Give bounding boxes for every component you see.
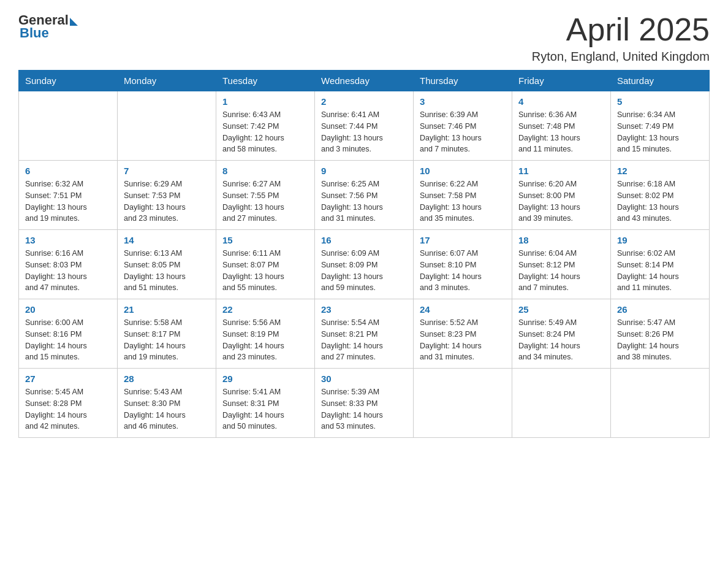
day-info: Sunrise: 6:07 AM Sunset: 8:10 PM Dayligh…: [420, 248, 506, 294]
day-number: 14: [124, 235, 210, 245]
calendar-week-row: 13Sunrise: 6:16 AM Sunset: 8:03 PM Dayli…: [19, 230, 710, 299]
calendar-cell: 7Sunrise: 6:29 AM Sunset: 7:53 PM Daylig…: [118, 161, 216, 230]
calendar-cell: 25Sunrise: 5:49 AM Sunset: 8:24 PM Dayli…: [512, 299, 611, 369]
calendar-cell: 13Sunrise: 6:16 AM Sunset: 8:03 PM Dayli…: [19, 230, 118, 299]
calendar-cell: 8Sunrise: 6:27 AM Sunset: 7:55 PM Daylig…: [216, 161, 315, 230]
day-info: Sunrise: 6:36 AM Sunset: 7:48 PM Dayligh…: [518, 109, 604, 155]
calendar-cell: 18Sunrise: 6:04 AM Sunset: 8:12 PM Dayli…: [512, 230, 611, 299]
calendar-cell: 12Sunrise: 6:18 AM Sunset: 8:02 PM Dayli…: [611, 161, 710, 230]
day-number: 17: [420, 235, 506, 245]
calendar-cell: 21Sunrise: 5:58 AM Sunset: 8:17 PM Dayli…: [118, 299, 216, 369]
day-number: 7: [124, 166, 210, 176]
calendar-cell: 1Sunrise: 6:43 AM Sunset: 7:42 PM Daylig…: [216, 91, 315, 161]
day-number: 3: [420, 96, 506, 107]
calendar-cell: 9Sunrise: 6:25 AM Sunset: 7:56 PM Daylig…: [315, 161, 414, 230]
calendar-week-row: 1Sunrise: 6:43 AM Sunset: 7:42 PM Daylig…: [19, 91, 710, 161]
calendar-cell: 5Sunrise: 6:34 AM Sunset: 7:49 PM Daylig…: [611, 91, 710, 161]
day-number: 27: [25, 373, 111, 384]
day-number: 22: [222, 304, 308, 315]
column-header-tuesday: Tuesday: [216, 71, 315, 91]
page-header: General Blue April 2025 Ryton, England, …: [18, 12, 710, 64]
day-number: 4: [518, 96, 604, 107]
calendar-cell: 17Sunrise: 6:07 AM Sunset: 8:10 PM Dayli…: [414, 230, 512, 299]
column-header-sunday: Sunday: [19, 71, 118, 91]
day-info: Sunrise: 6:16 AM Sunset: 8:03 PM Dayligh…: [25, 248, 111, 294]
calendar-cell: 23Sunrise: 5:54 AM Sunset: 8:21 PM Dayli…: [315, 299, 414, 369]
day-number: 19: [617, 235, 703, 245]
calendar-cell: [414, 369, 512, 438]
calendar-cell: [611, 369, 710, 438]
day-info: Sunrise: 6:27 AM Sunset: 7:55 PM Dayligh…: [222, 178, 308, 224]
day-info: Sunrise: 5:49 AM Sunset: 8:24 PM Dayligh…: [518, 317, 604, 363]
day-number: 11: [518, 166, 604, 176]
calendar-cell: 2Sunrise: 6:41 AM Sunset: 7:44 PM Daylig…: [315, 91, 414, 161]
calendar-cell: 4Sunrise: 6:36 AM Sunset: 7:48 PM Daylig…: [512, 91, 611, 161]
calendar-cell: 22Sunrise: 5:56 AM Sunset: 8:19 PM Dayli…: [216, 299, 315, 369]
calendar-header-row: SundayMondayTuesdayWednesdayThursdayFrid…: [19, 71, 710, 91]
day-info: Sunrise: 5:41 AM Sunset: 8:31 PM Dayligh…: [222, 386, 308, 432]
day-info: Sunrise: 5:52 AM Sunset: 8:23 PM Dayligh…: [420, 317, 506, 363]
calendar-cell: [118, 91, 216, 161]
column-header-saturday: Saturday: [611, 71, 710, 91]
calendar-cell: [19, 91, 118, 161]
location-subtitle: Ryton, England, United Kingdom: [532, 50, 710, 64]
day-number: 20: [25, 304, 111, 315]
calendar-cell: 20Sunrise: 6:00 AM Sunset: 8:16 PM Dayli…: [19, 299, 118, 369]
day-info: Sunrise: 6:09 AM Sunset: 8:09 PM Dayligh…: [321, 248, 407, 294]
calendar-cell: 24Sunrise: 5:52 AM Sunset: 8:23 PM Dayli…: [414, 299, 512, 369]
calendar-week-row: 27Sunrise: 5:45 AM Sunset: 8:28 PM Dayli…: [19, 369, 710, 438]
day-number: 23: [321, 304, 407, 315]
calendar-cell: 6Sunrise: 6:32 AM Sunset: 7:51 PM Daylig…: [19, 161, 118, 230]
day-info: Sunrise: 6:29 AM Sunset: 7:53 PM Dayligh…: [124, 178, 210, 224]
day-number: 6: [25, 166, 111, 176]
column-header-monday: Monday: [118, 71, 216, 91]
day-info: Sunrise: 6:20 AM Sunset: 8:00 PM Dayligh…: [518, 178, 604, 224]
day-info: Sunrise: 5:39 AM Sunset: 8:33 PM Dayligh…: [321, 386, 407, 432]
day-info: Sunrise: 5:56 AM Sunset: 8:19 PM Dayligh…: [222, 317, 308, 363]
calendar-cell: 15Sunrise: 6:11 AM Sunset: 8:07 PM Dayli…: [216, 230, 315, 299]
day-number: 28: [124, 373, 210, 384]
day-info: Sunrise: 5:54 AM Sunset: 8:21 PM Dayligh…: [321, 317, 407, 363]
day-info: Sunrise: 6:25 AM Sunset: 7:56 PM Dayligh…: [321, 178, 407, 224]
day-number: 16: [321, 235, 407, 245]
day-info: Sunrise: 6:13 AM Sunset: 8:05 PM Dayligh…: [124, 248, 210, 294]
day-number: 29: [222, 373, 308, 384]
day-number: 26: [617, 304, 703, 315]
day-info: Sunrise: 6:32 AM Sunset: 7:51 PM Dayligh…: [25, 178, 111, 224]
calendar-week-row: 6Sunrise: 6:32 AM Sunset: 7:51 PM Daylig…: [19, 161, 710, 230]
day-info: Sunrise: 6:43 AM Sunset: 7:42 PM Dayligh…: [222, 109, 308, 155]
calendar-week-row: 20Sunrise: 6:00 AM Sunset: 8:16 PM Dayli…: [19, 299, 710, 369]
day-number: 13: [25, 235, 111, 245]
day-number: 10: [420, 166, 506, 176]
day-info: Sunrise: 6:39 AM Sunset: 7:46 PM Dayligh…: [420, 109, 506, 155]
logo: General Blue: [18, 12, 78, 41]
day-info: Sunrise: 6:11 AM Sunset: 8:07 PM Dayligh…: [222, 248, 308, 294]
logo-triangle-icon: [70, 18, 78, 26]
column-header-wednesday: Wednesday: [315, 71, 414, 91]
day-number: 1: [222, 96, 308, 107]
calendar-cell: 26Sunrise: 5:47 AM Sunset: 8:26 PM Dayli…: [611, 299, 710, 369]
calendar-cell: 29Sunrise: 5:41 AM Sunset: 8:31 PM Dayli…: [216, 369, 315, 438]
day-info: Sunrise: 6:00 AM Sunset: 8:16 PM Dayligh…: [25, 317, 111, 363]
day-number: 30: [321, 373, 407, 384]
day-number: 9: [321, 166, 407, 176]
day-info: Sunrise: 5:58 AM Sunset: 8:17 PM Dayligh…: [124, 317, 210, 363]
calendar-cell: 28Sunrise: 5:43 AM Sunset: 8:30 PM Dayli…: [118, 369, 216, 438]
day-number: 12: [617, 166, 703, 176]
column-header-friday: Friday: [512, 71, 611, 91]
day-number: 18: [518, 235, 604, 245]
calendar-cell: 30Sunrise: 5:39 AM Sunset: 8:33 PM Dayli…: [315, 369, 414, 438]
calendar-cell: 10Sunrise: 6:22 AM Sunset: 7:58 PM Dayli…: [414, 161, 512, 230]
calendar-cell: 16Sunrise: 6:09 AM Sunset: 8:09 PM Dayli…: [315, 230, 414, 299]
day-info: Sunrise: 5:45 AM Sunset: 8:28 PM Dayligh…: [25, 386, 111, 432]
day-number: 5: [617, 96, 703, 107]
day-number: 24: [420, 304, 506, 315]
day-number: 25: [518, 304, 604, 315]
logo-blue-text: Blue: [20, 25, 49, 41]
day-info: Sunrise: 5:43 AM Sunset: 8:30 PM Dayligh…: [124, 386, 210, 432]
day-info: Sunrise: 6:18 AM Sunset: 8:02 PM Dayligh…: [617, 178, 703, 224]
day-info: Sunrise: 6:34 AM Sunset: 7:49 PM Dayligh…: [617, 109, 703, 155]
calendar-table: SundayMondayTuesdayWednesdayThursdayFrid…: [18, 70, 710, 438]
day-number: 15: [222, 235, 308, 245]
day-number: 21: [124, 304, 210, 315]
